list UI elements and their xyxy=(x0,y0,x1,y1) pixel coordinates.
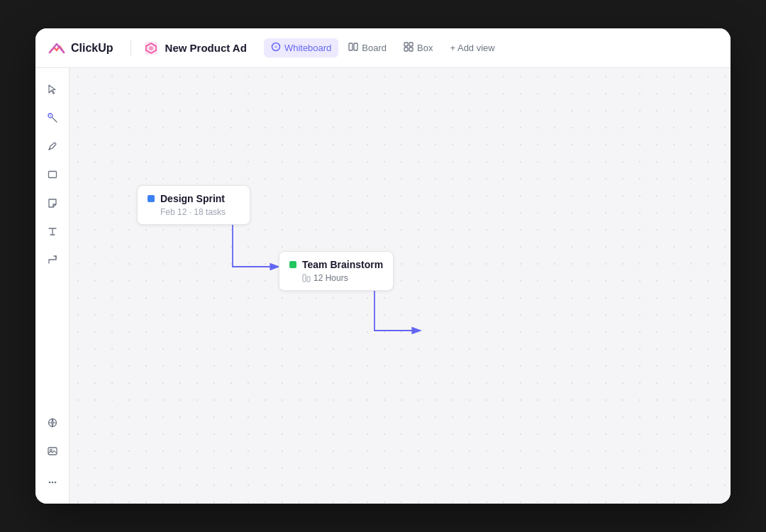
nav-tabs: Whiteboard Board xyxy=(264,38,502,57)
team-brainstorm-sub: 12 Hours xyxy=(302,273,383,283)
svg-point-18 xyxy=(54,482,56,484)
logo-area[interactable]: ClickUp xyxy=(47,38,113,58)
design-sprint-meta: Feb 12 · 18 tasks xyxy=(160,207,240,217)
app-window: ClickUp New Product Ad Whiteboard xyxy=(35,28,731,504)
connectors-svg xyxy=(70,68,731,504)
svg-point-1 xyxy=(149,46,153,50)
header-divider xyxy=(131,40,131,57)
clickup-logo-icon xyxy=(47,38,67,58)
team-brainstorm-title: Team Brainstorm xyxy=(302,259,383,270)
hours-icon xyxy=(302,274,311,282)
svg-point-16 xyxy=(48,482,50,484)
svg-rect-7 xyxy=(409,43,413,46)
connector-tool[interactable] xyxy=(40,247,65,272)
svg-point-17 xyxy=(51,482,53,484)
svg-rect-19 xyxy=(303,275,306,282)
svg-rect-9 xyxy=(409,48,413,51)
cursor-tool[interactable] xyxy=(40,77,65,102)
board-tab-label: Board xyxy=(362,43,387,53)
pen-tool[interactable] xyxy=(40,133,65,159)
tab-whiteboard[interactable]: Whiteboard xyxy=(264,38,338,57)
text-tool[interactable] xyxy=(40,218,65,244)
design-sprint-title: Design Sprint xyxy=(160,193,225,204)
board-tab-icon xyxy=(348,42,358,54)
svg-point-11 xyxy=(49,115,50,116)
card-dot xyxy=(289,261,296,268)
svg-point-3 xyxy=(274,45,277,48)
image-tool[interactable] xyxy=(40,438,65,464)
svg-rect-20 xyxy=(307,277,310,282)
box-tab-icon xyxy=(404,42,413,54)
svg-rect-4 xyxy=(349,43,353,50)
whiteboard-tab-label: Whiteboard xyxy=(284,43,331,53)
globe-tool[interactable] xyxy=(40,410,65,436)
svg-rect-14 xyxy=(48,448,57,455)
design-sprint-card[interactable]: Design Sprint Feb 12 · 18 tasks xyxy=(137,185,250,225)
svg-rect-5 xyxy=(354,43,357,50)
svg-rect-12 xyxy=(48,172,56,178)
header: ClickUp New Product Ad Whiteboard xyxy=(35,28,731,68)
svg-rect-6 xyxy=(404,43,408,46)
app-name: ClickUp xyxy=(71,42,113,55)
magic-tool[interactable] xyxy=(40,105,65,131)
hours-text: 12 Hours xyxy=(313,273,348,283)
note-tool[interactable] xyxy=(40,190,65,216)
whiteboard-tab-icon xyxy=(271,42,281,54)
canvas-area[interactable]: Design Sprint Feb 12 · 18 tasks Team Bra… xyxy=(70,68,731,504)
project-icon xyxy=(143,40,160,57)
box-tab-label: Box xyxy=(417,43,433,53)
svg-point-15 xyxy=(50,449,52,451)
card-dot xyxy=(148,195,155,202)
card-header: Team Brainstorm xyxy=(289,259,383,270)
card-header: Design Sprint xyxy=(148,193,240,204)
main-area: Design Sprint Feb 12 · 18 tasks Team Bra… xyxy=(35,68,731,504)
svg-rect-8 xyxy=(404,48,408,51)
add-view-label: + Add view xyxy=(450,43,494,53)
tab-board[interactable]: Board xyxy=(341,38,394,57)
add-view-button[interactable]: + Add view xyxy=(443,39,501,57)
project-name: New Product Ad xyxy=(165,42,247,54)
more-tools[interactable] xyxy=(40,470,65,495)
tab-box[interactable]: Box xyxy=(396,38,440,57)
left-toolbar xyxy=(35,68,70,504)
rectangle-tool[interactable] xyxy=(40,162,65,187)
team-brainstorm-card[interactable]: Team Brainstorm 12 Hours xyxy=(279,251,394,291)
